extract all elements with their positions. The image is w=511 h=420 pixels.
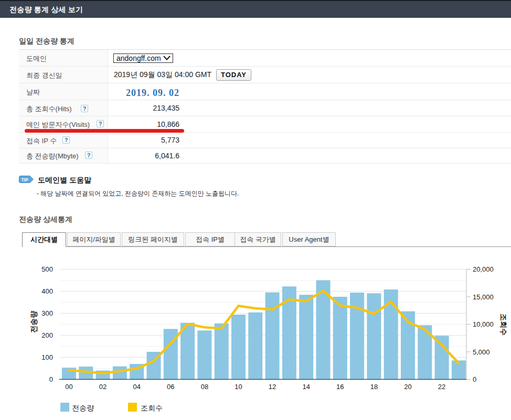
svg-text:12: 12 — [269, 383, 276, 391]
svg-text:04: 04 — [133, 383, 140, 391]
svg-text:TIP: TIP — [21, 177, 28, 182]
svg-text:100: 100 — [41, 353, 53, 361]
svg-text:10: 10 — [235, 383, 242, 391]
svg-text:08: 08 — [201, 383, 208, 391]
svg-text:15,000: 15,000 — [473, 293, 494, 301]
svg-text:전송량: 전송량 — [29, 310, 38, 333]
svg-text:22: 22 — [438, 383, 445, 391]
svg-text:400: 400 — [41, 287, 53, 295]
svg-text:18: 18 — [370, 383, 378, 391]
svg-text:20,000: 20,000 — [473, 265, 494, 273]
svg-text:06: 06 — [167, 383, 174, 391]
svg-text:10,000: 10,000 — [473, 320, 494, 328]
svg-text:20: 20 — [404, 383, 411, 391]
svg-text:14: 14 — [302, 383, 310, 391]
svg-text:5,000: 5,000 — [473, 348, 490, 356]
svg-text:16: 16 — [336, 383, 344, 391]
svg-text:0: 0 — [49, 375, 53, 383]
svg-text:300: 300 — [41, 309, 53, 317]
svg-text:00: 00 — [65, 383, 72, 391]
svg-text:200: 200 — [41, 331, 53, 339]
svg-text:500: 500 — [41, 265, 53, 273]
svg-text:0: 0 — [473, 375, 476, 383]
svg-text:조회수: 조회수 — [499, 314, 508, 336]
svg-text:02: 02 — [99, 383, 107, 391]
